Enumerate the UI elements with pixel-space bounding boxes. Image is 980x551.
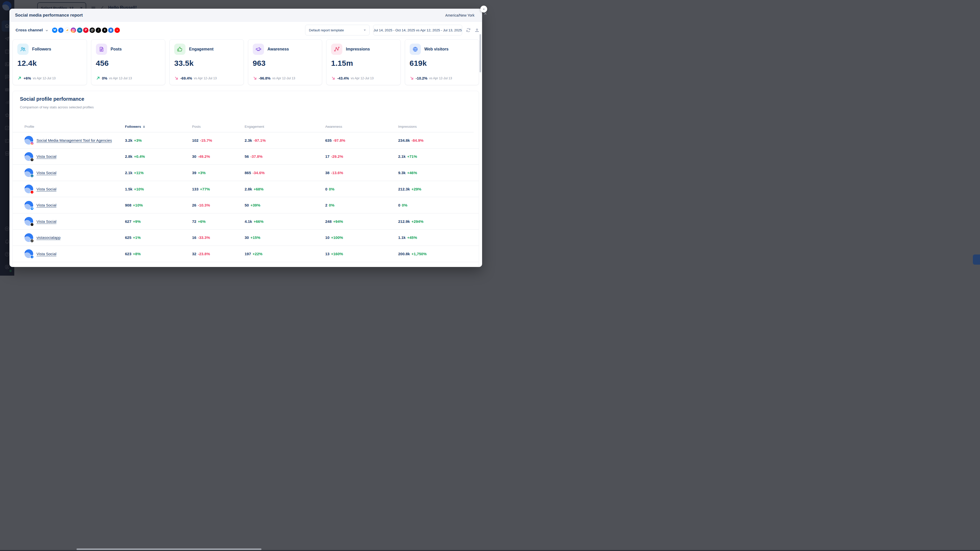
profile-link[interactable]: vistasocialapp [37, 235, 60, 240]
table-row: ♪ Vista Social 627+9%72+6%4.1k+66%248+94… [13, 213, 479, 230]
cell-value: 635 [325, 138, 332, 143]
posts-icon [96, 44, 107, 55]
cell-value: 10 [325, 235, 329, 240]
youtube-badge-icon [30, 190, 34, 194]
instagram-badge-icon [30, 141, 34, 145]
cell-delta: -15.7% [200, 138, 212, 143]
cell-value: 1.1k [398, 235, 406, 240]
close-button[interactable]: × [480, 6, 487, 13]
cell-delta: +66% [253, 219, 264, 224]
google-analytics-icon[interactable] [65, 27, 70, 33]
metric-cell: 1.1k+45% [398, 235, 479, 240]
profile-avatar [24, 184, 33, 193]
threads-badge-icon: @ [30, 239, 34, 243]
cell-delta: +46% [407, 171, 417, 175]
column-header-impressions[interactable]: Impressions [398, 125, 474, 129]
metric-value: 619k [410, 59, 474, 68]
cell-delta: +71% [407, 154, 417, 159]
cell-delta: +10% [134, 187, 144, 191]
metric-card: Engagement 33.5k -69.4% vs Apr 12-Jul 13 [169, 39, 244, 85]
column-header-engagement[interactable]: Engagement [245, 125, 325, 129]
youtube-icon[interactable] [115, 27, 120, 33]
profile-link[interactable]: Vista Social [37, 252, 56, 256]
cell-delta: -29.2% [331, 154, 343, 159]
column-header-followers[interactable]: Followers [125, 125, 192, 129]
metric-cell: 197+22% [245, 252, 325, 256]
channel-icon-list: inP@♪X [52, 27, 120, 33]
tiktok-icon[interactable]: ♪ [95, 27, 101, 33]
modal-header: Social media performance report America/… [10, 9, 482, 22]
cell-value: 1.5k [125, 187, 132, 191]
metric-cell: 2.1k+71% [398, 154, 479, 159]
column-header-awareness[interactable]: Awareness [325, 125, 398, 129]
metric-cell: 2.3k-97.1% [245, 138, 325, 143]
cell-value: 133 [192, 187, 199, 191]
engagement-icon [174, 44, 185, 55]
metric-cell: 1.5k+10% [125, 187, 192, 191]
bluesky-icon[interactable] [52, 27, 57, 33]
metric-cell: 2.8k+68% [245, 187, 325, 191]
instagram-icon[interactable] [71, 27, 76, 33]
metric-cell: 26-10.3% [192, 203, 245, 207]
cell-value: 2.1k [398, 154, 406, 159]
metric-cell: 39+3% [192, 171, 245, 175]
cell-delta: +0.4% [134, 154, 145, 159]
profile-link[interactable]: Vista Social [37, 219, 56, 224]
date-range-picker[interactable]: Jul 14, 2025 - Oct 14, 2025 vs Apr 12, 2… [373, 25, 462, 35]
metric-delta: +6% [24, 76, 31, 80]
column-header-posts[interactable]: Posts [192, 125, 245, 129]
cell-value: 2.3k [245, 138, 252, 143]
profile-link[interactable]: Social Media Management Tool for Agencie… [37, 138, 112, 143]
download-icon[interactable] [474, 27, 480, 33]
cell-delta: +9% [133, 219, 140, 224]
report-modal: Social media performance report America/… [10, 9, 482, 267]
metric-cell: 908+10% [125, 203, 192, 207]
profile-link[interactable]: Vista Social [37, 203, 56, 207]
cell-value: 4.1k [245, 219, 252, 224]
cell-delta: 0% [402, 203, 407, 207]
cell-delta: -33.3% [198, 235, 210, 240]
channel-selector[interactable]: Cross channel [16, 28, 43, 32]
metric-cell: 20% [325, 203, 398, 207]
metric-compare-label: vs Apr 12-Jul 13 [272, 76, 295, 80]
chevron-down-icon[interactable] [45, 29, 48, 32]
profile-avatar [24, 136, 33, 144]
impressions-icon [331, 44, 342, 55]
cell-delta: +45% [407, 235, 417, 240]
vertical-scrollbar[interactable] [480, 34, 481, 72]
profile-avatar [24, 249, 33, 258]
pinterest-icon[interactable]: P [83, 27, 89, 33]
report-template-select[interactable]: Default report template [305, 25, 370, 35]
profile-link[interactable]: Vista Social [37, 171, 56, 175]
cell-value: 13 [325, 252, 329, 256]
sort-desc-icon [142, 125, 146, 128]
threads-icon[interactable]: @ [89, 27, 95, 33]
metric-cell: 32-23.8% [192, 252, 245, 256]
facebook-icon[interactable] [58, 27, 64, 33]
cell-value: 0 [398, 203, 400, 207]
refresh-icon[interactable] [466, 27, 471, 33]
x-icon[interactable]: X [102, 27, 107, 33]
metric-card: Awareness 963 -96.8% vs Apr 12-Jul 13 [248, 39, 322, 85]
metric-delta: -69.4% [180, 76, 192, 80]
cell-value: 212.3k [398, 187, 410, 191]
google-business-icon[interactable] [108, 27, 113, 33]
cell-value: 623 [125, 252, 131, 256]
cell-value: 2.1k [125, 171, 132, 175]
metric-delta: -43.4% [337, 76, 349, 80]
metric-compare-label: vs Apr 12-Jul 13 [429, 76, 452, 80]
cell-delta: -97.8% [333, 138, 345, 143]
profile-link[interactable]: Vista Social [37, 154, 56, 159]
cell-delta: +100% [331, 235, 343, 240]
profile-link[interactable]: Vista Social [37, 187, 56, 191]
report-template-value: Default report template [309, 28, 344, 32]
linkedin-icon[interactable]: in [77, 27, 83, 33]
metric-cell: 212.3k+29% [398, 187, 479, 191]
metric-label: Followers [32, 47, 51, 51]
metric-label: Engagement [189, 47, 213, 51]
cell-value: 2 [325, 203, 327, 207]
column-header-profile[interactable]: Profile [24, 125, 125, 129]
metric-cell: 30-49.2% [192, 154, 245, 159]
profile-avatar: @ [24, 233, 33, 242]
cell-delta: -37.8% [250, 154, 263, 159]
